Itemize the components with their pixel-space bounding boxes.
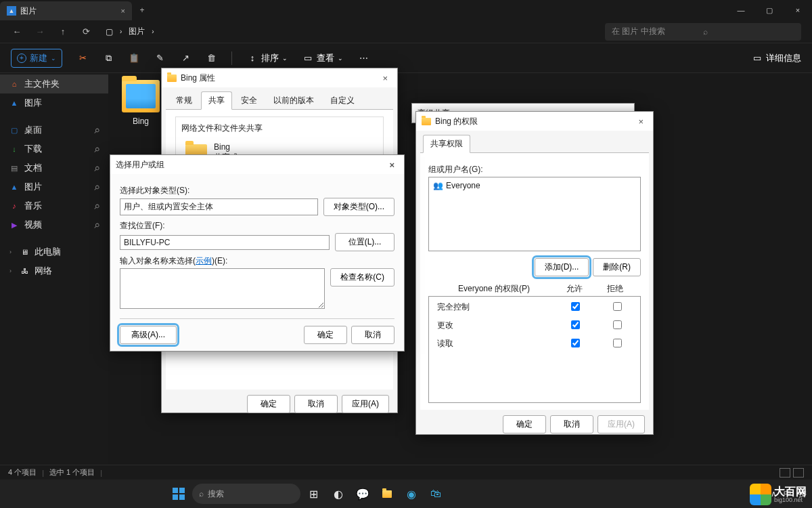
gallery-icon: ▲ [9,98,19,108]
share-item-name: Bing [214,142,238,152]
delete-icon[interactable]: 🗑 [206,53,217,64]
view-button[interactable]: ▭ 查看 ⌄ [302,52,343,64]
search-input[interactable]: 在 图片 中搜索 ⌕ [605,23,801,41]
start-button[interactable] [168,483,189,505]
sidebar-item-network[interactable]: ›🖧网络 [0,261,108,280]
apply-button[interactable]: 应用(A) [342,395,389,413]
minimize-button[interactable]: — [727,0,755,20]
object-type-field: 用户、组或内置安全主体 [120,198,318,215]
task-view-button[interactable]: ⊞ [303,483,325,505]
picture-icon: ▲ [7,6,16,16]
new-button[interactable]: + 新建 ⌄ [11,49,62,68]
breadcrumb[interactable]: ▢ › 图片 › [103,26,594,37]
sidebar-item-gallery[interactable]: ▲图库 [0,93,108,112]
ime-language[interactable]: 中 [784,488,792,500]
pc-icon: 🖥 [20,247,29,257]
sidebar-item-downloads[interactable]: ↓下载⚲ [0,140,108,158]
sidebar-item-documents[interactable]: ▤文档⚲ [0,158,108,177]
close-icon[interactable]: × [385,158,399,171]
tab-custom[interactable]: 自定义 [323,91,362,109]
refresh-button[interactable]: ⟳ [80,26,92,38]
paste-icon[interactable]: 📋 [129,53,139,64]
folder-item-bing[interactable]: Bing [115,80,166,126]
back-button[interactable]: ← [11,26,23,38]
window-tab[interactable]: ▲ 图片 × [0,1,132,20]
tab-general[interactable]: 常规 [168,91,200,109]
chat-button[interactable]: 💬 [352,483,374,505]
sidebar-item-music[interactable]: ♪音乐⚲ [0,196,108,215]
remove-button[interactable]: 删除(R) [593,258,641,276]
example-link[interactable]: 示例 [196,256,212,266]
explorer-button[interactable] [376,483,398,505]
sidebar-item-thispc[interactable]: ›🖥此电脑 [0,242,108,261]
cancel-button[interactable]: 取消 [294,395,338,413]
ok-button[interactable]: 确定 [304,326,347,344]
deny-full-checkbox[interactable] [613,302,622,311]
tab-close-icon[interactable]: × [121,7,125,15]
more-button[interactable]: ⋯ [358,53,369,64]
tray-chevron-icon[interactable]: ∧ [771,489,777,499]
sidebar-item-home[interactable]: ⌂主文件夹 [0,75,108,93]
view-details-icon[interactable] [780,468,790,478]
breadcrumb-item[interactable]: 图片 [129,26,145,37]
taskbar-search[interactable]: ⌕搜索 [192,484,300,504]
cancel-button[interactable]: 取消 [550,415,593,433]
forward-button[interactable]: → [34,26,46,38]
user-item-everyone[interactable]: 👥 Everyone [432,180,637,191]
chevron-right-icon: › [9,249,12,255]
sidebar-item-pictures[interactable]: ▲图片⚲ [0,177,108,196]
allow-read-checkbox[interactable] [571,339,580,347]
details-button[interactable]: ▭ 详细信息 [752,52,801,64]
ok-button[interactable]: 确定 [247,395,290,413]
picture-icon: ▲ [9,182,19,192]
share-icon[interactable]: ↗ [180,53,191,64]
add-button[interactable]: 添加(D)... [535,258,589,276]
tab-share-perm[interactable]: 共享权限 [423,135,470,153]
sidebar-item-desktop[interactable]: ▢桌面⚲ [0,121,108,140]
sidebar-item-videos[interactable]: ▶视频⚲ [0,215,108,234]
widgets-button[interactable]: ◐ [328,483,349,505]
copy-icon[interactable]: ⧉ [103,53,114,64]
ime-mode[interactable]: 拼 [798,488,807,500]
view-tiles-icon[interactable] [793,468,804,478]
store-button[interactable]: 🛍 [425,483,447,505]
close-icon[interactable]: × [378,72,392,85]
cut-icon[interactable]: ✂ [77,53,88,64]
advanced-button[interactable]: 高级(A)... [120,326,177,344]
up-button[interactable]: ↑ [57,26,69,38]
users-listbox[interactable]: 👥 Everyone [428,177,641,251]
plus-icon: + [17,54,26,63]
tab-previous[interactable]: 以前的版本 [266,91,321,109]
dialog-titlebar[interactable]: 选择用户或组 × [110,155,404,174]
dialog-titlebar[interactable]: Bing 属性 × [162,68,397,87]
titlebar: ▲ 图片 × + — ▢ × [0,0,812,20]
tab-security[interactable]: 安全 [233,91,265,109]
apply-button[interactable]: 应用(A) [597,415,645,433]
object-names-input[interactable] [120,268,325,309]
locations-button[interactable]: 位置(L)... [335,233,394,251]
allow-full-checkbox[interactable] [571,302,580,311]
close-button[interactable]: × [784,0,812,20]
new-tab-button[interactable]: + [132,0,152,20]
cancel-button[interactable]: 取消 [351,326,394,344]
edge-button[interactable]: ◉ [401,483,422,505]
sort-button[interactable]: ↕ 排序 ⌄ [247,52,288,64]
status-bar: 4 个项目 | 选中 1 个项目 | [0,465,812,480]
pin-icon: ⚲ [92,126,101,135]
video-icon: ▶ [9,220,19,230]
object-types-button[interactable]: 对象类型(O)... [323,198,394,216]
deny-change-checkbox[interactable] [613,320,622,329]
close-icon[interactable]: × [634,115,648,128]
dialog-titlebar[interactable]: Bing 的权限 × [416,112,653,131]
search-placeholder: 在 图片 中搜索 [612,26,703,37]
check-names-button[interactable]: 检查名称(C) [330,268,394,287]
ok-button[interactable]: 确定 [503,415,546,433]
maximize-button[interactable]: ▢ [755,0,784,20]
dialog-tabs: 常规 共享 安全 以前的版本 自定义 [162,87,397,109]
deny-read-checkbox[interactable] [613,339,622,347]
rename-icon[interactable]: ✎ [154,53,165,64]
document-icon: ▤ [9,163,19,173]
allow-change-checkbox[interactable] [571,320,580,329]
tab-sharing[interactable]: 共享 [201,91,232,110]
search-icon: ⌕ [199,489,204,499]
